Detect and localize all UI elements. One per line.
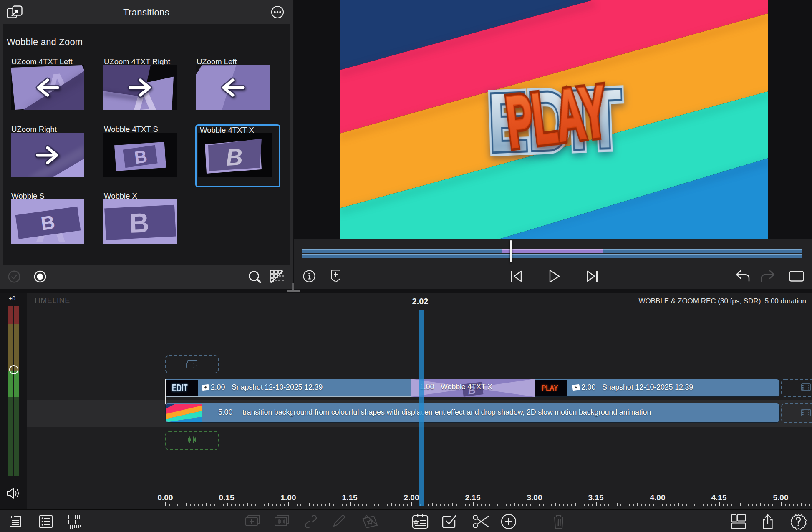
svg-text:B: B xyxy=(133,146,149,168)
svg-text:B: B xyxy=(129,207,150,239)
svg-text:PLAY: PLAY xyxy=(502,70,611,163)
